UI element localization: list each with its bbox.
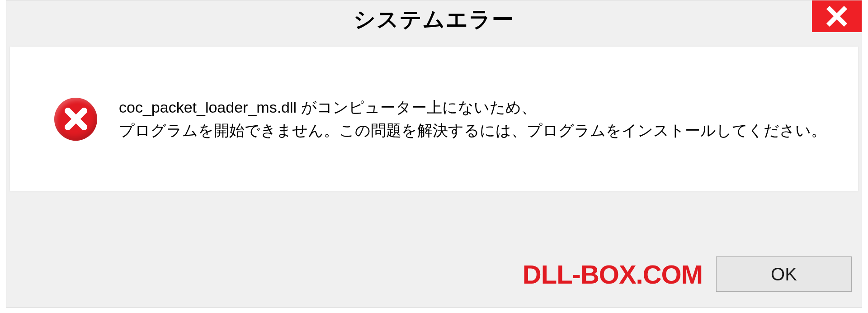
ok-button[interactable]: OK bbox=[716, 256, 852, 292]
error-message: coc_packet_loader_ms.dll がコンピューター上にないため、… bbox=[119, 96, 826, 142]
close-button[interactable] bbox=[812, 0, 862, 32]
dialog-footer: DLL-BOX.COM OK bbox=[6, 256, 862, 292]
error-icon bbox=[54, 98, 97, 141]
title-bar: システムエラー bbox=[6, 0, 862, 38]
ok-button-label: OK bbox=[771, 264, 797, 285]
brand-watermark: DLL-BOX.COM bbox=[523, 259, 703, 289]
close-icon bbox=[826, 5, 848, 27]
dialog-title: システムエラー bbox=[354, 5, 514, 34]
dialog-content: coc_packet_loader_ms.dll がコンピューター上にないため、… bbox=[10, 47, 858, 191]
error-dialog: システムエラー coc_packet_loader_ms.dll がコンピュータ… bbox=[6, 0, 862, 308]
